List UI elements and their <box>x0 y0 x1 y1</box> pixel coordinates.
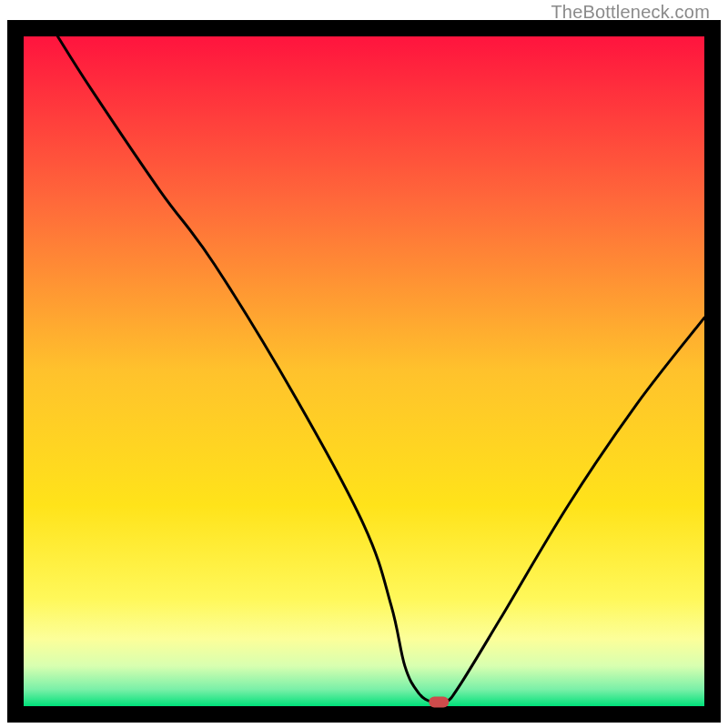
chart-svg <box>7 20 721 723</box>
plot-area <box>7 20 721 723</box>
chart-container: TheBottleneck.com <box>0 0 728 728</box>
minimum-marker <box>429 697 449 708</box>
svg-rect-1 <box>24 36 704 706</box>
